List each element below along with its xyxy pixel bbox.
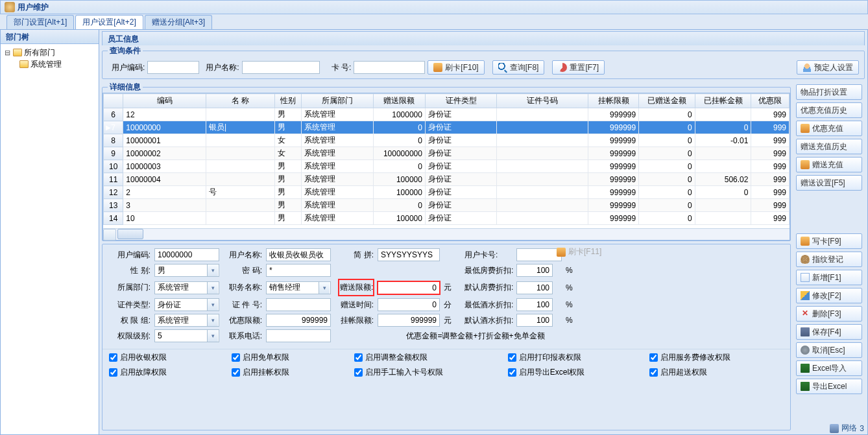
action-导出Excel[interactable]: 导出Excel <box>796 379 862 394</box>
f-permlvl[interactable] <box>154 329 219 342</box>
tab-部门设置[Alt+1][interactable]: 部门设置[Alt+1] <box>6 15 74 29</box>
f-sex[interactable] <box>154 264 219 277</box>
perm-启用超送权限[interactable]: 启用超送权限 <box>649 367 784 378</box>
table-row[interactable]: 8 10000001女系统管理 0身份证 9999990-0.01999 <box>104 134 790 147</box>
table-row[interactable]: 6 12男系统管理 1000000身份证 9999990999 <box>104 108 790 121</box>
col-header[interactable]: 证件类型 <box>425 94 496 108</box>
col-header[interactable]: 赠送限额 <box>373 94 425 108</box>
col-header[interactable]: 挂帐限额 <box>588 94 639 108</box>
f-dept[interactable] <box>154 281 219 294</box>
action-Excel导入[interactable]: Excel导入 <box>796 360 862 376</box>
checkbox[interactable] <box>649 353 658 362</box>
f-job-combo[interactable] <box>266 281 331 294</box>
search-button[interactable]: 查询[F8] <box>492 60 545 75</box>
f-job[interactable] <box>266 281 331 294</box>
col-header[interactable]: 所属部门 <box>302 94 373 108</box>
employee-table[interactable]: 编码名 称性别所属部门赠送限额证件类型证件号码挂帐限额已赠送金额已挂帐金额优惠限… <box>103 93 790 225</box>
perm-启用导出Excel权限[interactable]: 启用导出Excel权限 <box>508 367 638 378</box>
col-header[interactable]: 编码 <box>123 94 206 108</box>
action-指纹登记[interactable]: 指纹登记 <box>796 252 862 267</box>
f-idtype[interactable] <box>154 298 219 311</box>
action-新增[F1][interactable]: 新增[F1] <box>796 270 862 285</box>
f-phone[interactable] <box>266 329 331 342</box>
perm-启用故障权限[interactable]: 启用故障权限 <box>109 367 220 378</box>
brush-card-f11[interactable]: 刷卡[F11] <box>568 246 601 257</box>
f-gifttime[interactable] <box>378 298 440 311</box>
f-disclim[interactable] <box>266 314 331 327</box>
table-row[interactable]: 13 3男系统管理 0身份证 9999990999 <box>104 199 790 212</box>
f-permlvl-combo[interactable] <box>154 329 219 342</box>
checkbox[interactable] <box>232 353 240 362</box>
perm-启用免单权限[interactable]: 启用免单权限 <box>232 352 343 363</box>
f-idtype-combo[interactable] <box>154 298 219 311</box>
f-sex-combo[interactable] <box>154 264 219 277</box>
table-row[interactable]: 12 2 号男系统管理 100000身份证 99999900999 <box>104 186 790 199</box>
f-pinyin[interactable] <box>378 248 440 261</box>
table-row[interactable]: ▶7 10000000 银员|男系统管理 0身份证 99999900999 <box>104 121 790 134</box>
f-minroom[interactable] <box>516 264 553 277</box>
action-取消[Esc][interactable]: 取消[Esc] <box>796 342 862 358</box>
action-修改[F2][interactable]: 修改[F2] <box>796 288 862 303</box>
collapse-icon[interactable]: ⊟ <box>3 49 11 57</box>
col-header[interactable]: 优惠限 <box>751 94 790 108</box>
tab-用户设置[Alt+2][interactable]: 用户设置[Alt+2] <box>75 15 143 29</box>
action-写卡[F9][interactable]: 写卡[F9] <box>796 233 862 249</box>
action-赠送充值[interactable]: 赠送充值 <box>796 157 862 172</box>
horizontal-scrollbar[interactable] <box>103 228 790 240</box>
f-giftlim[interactable] <box>378 281 440 294</box>
perm-启用收银权限[interactable]: 启用收银权限 <box>109 352 220 363</box>
f-creditlim[interactable] <box>378 314 440 327</box>
col-header[interactable]: 性别 <box>275 94 302 108</box>
scroll-thumb[interactable] <box>117 229 143 239</box>
action-优惠充值[interactable]: 优惠充值 <box>796 121 862 136</box>
action-优惠充值历史[interactable]: 优惠充值历史 <box>796 102 862 118</box>
col-header[interactable]: 证件号码 <box>497 94 588 108</box>
user-name-input[interactable] <box>242 61 320 74</box>
user-code-input[interactable] <box>147 61 199 74</box>
checkbox[interactable] <box>109 353 117 362</box>
perm-启用服务费修改权限[interactable]: 启用服务费修改权限 <box>649 352 784 363</box>
card-no-input[interactable] <box>354 61 425 74</box>
tree-root[interactable]: ⊟ 所有部门 <box>3 47 96 58</box>
col-header[interactable]: 名 称 <box>206 94 275 108</box>
action-赠送充值历史[interactable]: 赠送充值历史 <box>796 139 862 154</box>
f-usercode[interactable] <box>154 248 219 261</box>
checkbox[interactable] <box>508 368 516 377</box>
reserve-person-button[interactable]: 预定人设置 <box>797 60 859 75</box>
f-permgrp-combo[interactable] <box>154 314 219 327</box>
perm-启用挂帐权限[interactable]: 启用挂帐权限 <box>232 367 343 378</box>
brush-card-button[interactable]: 刷卡[F10] <box>428 60 484 75</box>
tab-赠送分组[Alt+3][interactable]: 赠送分组[Alt+3] <box>145 15 212 29</box>
perm-启用手工输入卡号权限[interactable]: 启用手工输入卡号权限 <box>354 367 496 378</box>
table-row[interactable]: 9 10000002女系统管理 100000000身份证 9999990999 <box>104 147 790 160</box>
checkbox[interactable] <box>508 353 516 362</box>
f-usercard[interactable] <box>516 248 562 261</box>
checkbox[interactable] <box>354 353 363 362</box>
f-idno[interactable] <box>266 298 331 311</box>
f-dept-combo[interactable] <box>154 281 219 294</box>
action-物品打折设置[interactable]: 物品打折设置 <box>796 84 862 100</box>
f-pwd[interactable] <box>266 264 331 277</box>
table-row[interactable]: 11 10000004男系统管理 100000身份证 9999990506.02… <box>104 173 790 186</box>
action-保存[F4][interactable]: 保存[F4] <box>796 324 862 340</box>
checkbox[interactable] <box>354 368 363 377</box>
table-row[interactable]: 10 10000003男系统管理 0身份证 9999990999 <box>104 160 790 173</box>
perm-启用打印报表权限[interactable]: 启用打印报表权限 <box>508 352 638 363</box>
perm-启用调整金额权限[interactable]: 启用调整金额权限 <box>354 352 496 363</box>
reset-button[interactable]: 重置[F7] <box>552 60 605 75</box>
action-赠送设置[F5][interactable]: 赠送设置[F5] <box>796 175 862 191</box>
f-username[interactable] <box>266 248 331 261</box>
checkbox[interactable] <box>232 368 240 377</box>
col-header[interactable]: 已赠送金额 <box>639 94 695 108</box>
table-row[interactable]: 14 10男系统管理 100000身份证 9999990999 <box>104 212 790 225</box>
f-defdrink[interactable] <box>516 314 553 327</box>
col-header[interactable] <box>104 94 123 108</box>
tree-child[interactable]: 系统管理 <box>3 58 96 70</box>
checkbox[interactable] <box>109 368 117 377</box>
dept-tree[interactable]: ⊟ 所有部门 系统管理 <box>1 44 99 434</box>
action-删除[F3][interactable]: ✕删除[F3] <box>796 306 862 322</box>
f-mindrink[interactable] <box>516 298 553 311</box>
checkbox[interactable] <box>649 368 658 377</box>
f-permgrp[interactable] <box>154 314 219 327</box>
col-header[interactable]: 已挂帐金额 <box>695 94 751 108</box>
